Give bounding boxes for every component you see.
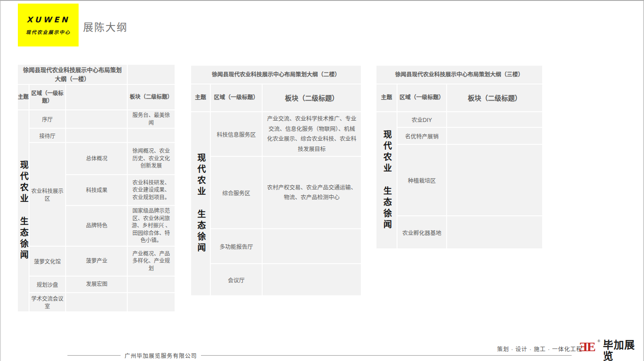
table-floor2-title: 徐闻县现代农业科技展示中心布局策划大纲（二楼）	[191, 66, 361, 84]
section-cell	[263, 229, 361, 263]
section-cell	[263, 264, 361, 295]
table-cell-empty	[128, 65, 175, 84]
theme-text-modern-agriculture: 现代农业	[382, 130, 392, 175]
section-cell	[128, 277, 175, 292]
region-cell: 科技信息服务区	[211, 112, 262, 156]
section-cell: 国家级品牌示范区、农业休闲旅游、乡村振兴 、田园综合体、特色小镇。	[128, 206, 175, 246]
col-header-region: 区域（一级标题）	[397, 84, 446, 111]
bijia-brand-text: 毕加展览 BIJIA EXHIBITION	[603, 340, 644, 361]
sub-region-cell: 品牌特色	[66, 206, 127, 246]
sub-region-cell	[66, 110, 127, 128]
slide-bottom-edge	[0, 0, 644, 1]
theme-cell: 现代农业 生态徐闻	[191, 112, 210, 295]
col-header-section: 板块（二级标题）	[128, 85, 175, 109]
xuwen-logo-subtext: 现代农业展示中心	[26, 29, 71, 35]
sub-region-cell: 总体概况	[66, 143, 127, 174]
section-cell: 产业概况、产品多样化、产业规划	[128, 247, 175, 276]
footer-company-name: 广州毕加展览服务有限公司	[121, 351, 201, 360]
region-cell: 农业孵化器基地	[397, 216, 446, 248]
sub-region-cell	[66, 129, 127, 142]
section-cell	[447, 112, 542, 127]
region-cell: 接待厅	[29, 129, 65, 142]
region-cell: 种植栽培区	[397, 145, 446, 215]
col-header-section: 板块（二级标题）	[263, 84, 361, 111]
section-cell	[447, 216, 542, 248]
region-cell: 菠萝文化馆	[29, 247, 65, 276]
region-cell: 综合服务区	[211, 157, 262, 228]
table-floor1: 徐闻县现代农业科技展示中心布局策划大纲（一楼） 主题 区域（一级标题） 板块（二…	[17, 64, 176, 312]
sub-region-cell	[66, 293, 127, 311]
registered-trademark-icon: ®	[598, 339, 600, 343]
region-cell: 名优特产展销	[397, 128, 446, 144]
col-header-section: 板块（二级标题）	[447, 84, 542, 111]
theme-text-modern-agriculture: 现代农业	[18, 160, 28, 205]
theme-text-eco-xuwen: 生态徐闻	[18, 217, 28, 261]
region-cell: 农业科技展示区	[29, 143, 65, 246]
table-floor2: 徐闻县现代农业科技展示中心布局策划大纲（二楼） 主题 区域（一级标题） 板块（二…	[190, 65, 362, 296]
col-header-region: 区域（一级标题）	[29, 85, 65, 109]
bijia-logo-right-glyph: E	[587, 340, 596, 353]
table-cell-empty	[66, 85, 127, 109]
region-cell: 农业DIY	[397, 112, 446, 127]
xuwen-logo-text: XUWEN	[27, 15, 70, 24]
section-cell	[447, 128, 542, 144]
xuwen-logo: XUWEN 现代农业展示中心	[18, 4, 79, 46]
col-header-theme: 主题	[191, 84, 210, 111]
table-floor1-title: 徐闻县现代农业科技展示中心布局策划大纲（一楼）	[18, 65, 127, 84]
region-cell: 规划沙盘	[29, 277, 65, 292]
table-floor3: 徐闻县现代农业科技展示中心布局策划大纲（三楼） 主题 区域（一级标题） 板块（二…	[376, 65, 543, 249]
col-header-theme: 主题	[376, 84, 397, 111]
section-cell	[128, 293, 175, 311]
footer-services-tagline: 策划 · 设计 · 施工 · 一体化工程	[497, 344, 582, 353]
bijia-brand-cn: 毕加展览	[603, 340, 644, 361]
col-header-region: 区域（一级标题）	[211, 84, 262, 111]
section-cell	[128, 129, 175, 142]
theme-text-eco-xuwen: 生态徐闻	[196, 210, 205, 254]
theme-cell: 现代农业 生态徐闻	[18, 110, 29, 311]
section-cell: 徐闻概况、农业历史、农业文化创新发展	[128, 143, 175, 174]
section-cell	[447, 145, 542, 215]
sub-region-cell: 发展宏图	[66, 277, 127, 292]
theme-text-eco-xuwen: 生态徐闻	[382, 186, 392, 231]
bijia-logo-left-glyph: E	[579, 340, 588, 353]
region-cell: 学术交流会议室	[29, 293, 65, 311]
sub-region-cell: 科技成果	[66, 175, 127, 205]
bijia-brand-block: EE ® 毕加展览 BIJIA EXHIBITION	[579, 340, 644, 361]
section-cell: 服务台、最美徐闻	[128, 110, 175, 128]
section-cell: 产业交流、农业科学技术推广、专业交流、信息化服务（物联网）、机械化农业展示、综合…	[263, 112, 361, 156]
region-cell: 多功能报告厅	[211, 229, 262, 263]
sub-region-cell: 菠萝产业	[66, 247, 127, 276]
section-cell: 农业科技研发、农业建设成果、农业规划项目。	[128, 175, 175, 205]
region-cell: 会议厅	[211, 264, 262, 295]
theme-cell: 现代农业 生态徐闻	[376, 112, 397, 248]
table-floor3-title: 徐闻县现代农业科技展示中心布局策划大纲（三楼）	[376, 66, 542, 84]
col-header-theme: 主题	[18, 85, 29, 109]
region-cell: 序厅	[29, 110, 65, 128]
section-cell: 农村产权交易、农业产品交通运输、物流、农产品检测中心	[263, 157, 361, 228]
bijia-logo-icon: EE	[579, 340, 596, 353]
page-title: 展陈大纲	[83, 19, 128, 34]
theme-text-modern-agriculture: 现代农业	[196, 153, 205, 198]
